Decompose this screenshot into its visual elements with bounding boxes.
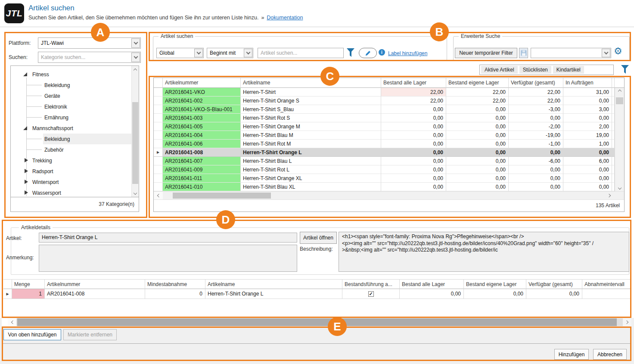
cell-verfuegbar[interactable]: -19,00 <box>509 131 563 140</box>
row-selector-cell[interactable]: ▶ <box>154 122 163 131</box>
cell-in-auftraegen[interactable]: 0,00 <box>563 96 612 105</box>
checkbox-checked-icon[interactable]: ✓ <box>368 291 374 297</box>
row-selector-cell[interactable]: ▶ <box>154 131 163 140</box>
vscrollbar-thumb[interactable] <box>616 97 623 104</box>
cell-menge[interactable]: 1 <box>12 289 45 299</box>
row-selector-cell[interactable]: ▶ <box>154 165 163 174</box>
beschreibung-field[interactable]: <h1><span style="font-family: Proxima No… <box>339 232 629 272</box>
cell-in-auftraegen[interactable]: 6,00 <box>563 157 612 165</box>
edit-filter-button[interactable] <box>359 48 377 58</box>
artikel-suchen-input[interactable]: Artikel suchen... <box>258 48 344 58</box>
plattform-select[interactable]: JTL-Wawi <box>38 37 141 49</box>
cell-artikelname[interactable]: Herren-T-Shirt Orange S <box>241 96 381 105</box>
cell-artikelname[interactable]: Herren-T-Shirt Orange L <box>205 289 342 299</box>
selection-row[interactable]: ▶ 1 AR2016041-008 0 Herren-T-Shirt Orang… <box>3 289 631 299</box>
scroll-up-icon[interactable] <box>132 66 139 73</box>
cell-bestand-eigene-lager[interactable]: 22,00 <box>446 96 509 105</box>
cell-bestand-eigene-lager[interactable]: 0,00 <box>446 148 509 157</box>
cell-verfuegbar[interactable]: 0,00 <box>509 174 563 183</box>
artikel-field[interactable]: Herren-T-Shirt Orange L <box>39 233 297 243</box>
cell-bestand-alle-lager[interactable]: 0,00 <box>381 174 446 183</box>
cell-in-auftraegen[interactable]: 19,00 <box>563 131 612 140</box>
cell-verfuegbar[interactable]: 22,00 <box>509 88 563 96</box>
filter-tab[interactable]: Stücklisten <box>519 66 551 74</box>
cell-bestand-eigene-lager[interactable]: 0,00 <box>446 165 509 174</box>
cell-verfuegbar[interactable]: 0,00 <box>509 114 563 122</box>
table-row[interactable]: ▶ AR2016041-010 Herren-T-Shirt Blau XL 0… <box>154 183 624 191</box>
chevron-down-icon[interactable] <box>244 49 252 57</box>
cell-bestand-alle-lager[interactable]: 0,00 <box>381 140 446 148</box>
scroll-right-icon[interactable] <box>605 192 614 199</box>
column-header-verfuegbar[interactable]: Verfügbar (gesamt) <box>509 78 563 88</box>
column-header-bestandsfuehrung[interactable]: Bestandsführung a... <box>342 280 400 289</box>
cell-in-auftraegen[interactable]: 0,00 <box>563 174 612 183</box>
table-row[interactable]: ▶ AR2016041-006 Herren-T-Shirt Rot M 0,0… <box>154 140 624 148</box>
tree-expander-icon[interactable] <box>25 190 28 195</box>
cell-artikelname[interactable]: Herren-T-Shirt Blau XL <box>241 183 381 191</box>
cell-abnahmeintervall[interactable] <box>582 289 631 299</box>
table-row[interactable]: ▶ AR2016041-003 Herren-T-Shirt Rot S 0,0… <box>154 114 624 122</box>
cell-in-auftraegen[interactable]: 0,00 <box>563 114 612 122</box>
cell-bestand-alle-lager[interactable]: 0,00 <box>381 165 446 174</box>
tree-expander-icon[interactable] <box>25 169 28 173</box>
cell-artikelnummer[interactable]: AR2016041-005 <box>163 122 241 131</box>
row-selector-cell[interactable]: ▶ <box>154 157 163 165</box>
cell-artikelname[interactable]: Herren-T-Shirt Rot S <box>241 114 381 122</box>
abbrechen-button[interactable]: Abbrechen <box>593 349 627 360</box>
cell-bestand-alle-lager[interactable]: 0,00 <box>381 183 446 191</box>
scroll-down-icon[interactable] <box>615 187 624 190</box>
column-header-artikelname[interactable]: Artikelname <box>205 280 342 289</box>
cell-bestand-eigene-lager[interactable]: 0,00 <box>446 174 509 183</box>
scroll-left-icon[interactable] <box>154 192 163 199</box>
chevron-down-icon[interactable] <box>131 53 140 62</box>
row-selector-cell[interactable]: ▶ <box>154 174 163 183</box>
table-row[interactable]: ▶ AR2016041-002 Herren-T-Shirt Orange S … <box>154 96 624 105</box>
row-selector-cell[interactable]: ▶ <box>154 96 163 105</box>
filter-tab[interactable]: Aktive Artikel <box>481 66 518 74</box>
save-filter-button[interactable] <box>519 48 528 58</box>
cell-artikelname[interactable]: Herren-T-Shirt Orange M <box>241 122 381 131</box>
cell-artikelnummer[interactable]: AR2016041-VKO <box>163 88 241 96</box>
cell-bestand-eigene-lager[interactable]: 0,00 <box>446 122 509 131</box>
row-selector-cell[interactable]: ▶ <box>154 105 163 114</box>
cell-artikelnummer[interactable]: AR2016041-010 <box>163 183 241 191</box>
column-header-artikelnummer[interactable]: Artikelnummer <box>45 280 145 289</box>
cell-artikelname[interactable]: Herren-T-Shirt Orange XL <box>241 174 381 183</box>
cell-verfuegbar[interactable]: -6,00 <box>509 157 563 165</box>
cell-in-auftraegen[interactable]: 3,00 <box>563 105 612 114</box>
hscrollbar-thumb[interactable] <box>17 318 617 326</box>
cell-bestand-alle-lager[interactable]: 0,00 <box>381 148 446 157</box>
cell-in-auftraegen[interactable]: 0,00 <box>563 183 612 191</box>
tree-item[interactable]: Zubehör <box>11 144 131 155</box>
cell-verfuegbar[interactable]: 0,00 <box>509 165 563 174</box>
artikel-oeffnen-button[interactable]: Artikel öffnen <box>300 232 337 244</box>
table-row[interactable]: ▶ AR2016041-VKO Herren-T-Shirt 22,00 22,… <box>154 88 624 96</box>
cell-bestand-eigene-lager[interactable]: 0,00 <box>446 114 509 122</box>
column-header-menge[interactable]: Menge <box>12 280 45 289</box>
dokumentation-link[interactable]: Dokumentation <box>267 15 303 21</box>
scroll-left-icon[interactable] <box>8 318 16 326</box>
category-tree[interactable]: Fitness Bekleidung Geräte Elektronik Ern… <box>10 65 139 197</box>
tree-item[interactable]: Radsport <box>11 166 131 177</box>
tree-scrollbar-thumb[interactable] <box>132 102 138 184</box>
cell-verfuegbar[interactable]: 0,00 <box>526 289 582 299</box>
row-selector-cell[interactable]: ▶ <box>154 148 163 157</box>
suchbereich-select[interactable]: Global <box>156 48 204 58</box>
row-selector-cell[interactable]: ▶ <box>154 88 163 96</box>
column-header-bestand-eigene-lager[interactable]: Bestand eigene Lager <box>464 280 526 289</box>
info-icon[interactable]: i <box>379 49 385 56</box>
markierte-entfernen-button[interactable]: Markierte entfernen <box>63 329 117 340</box>
scroll-right-icon[interactable] <box>623 318 631 326</box>
cell-mindestabnahme[interactable]: 0 <box>145 289 205 299</box>
tree-item[interactable]: Bekleidung <box>11 134 131 144</box>
scroll-up-icon[interactable] <box>615 89 624 93</box>
tree-item[interactable]: Fitness <box>11 69 131 80</box>
cell-artikelnummer[interactable]: AR2016041-008 <box>45 289 145 299</box>
table-filter-icon[interactable] <box>621 64 629 75</box>
cell-artikelnummer[interactable]: AR2016041-009 <box>163 165 241 174</box>
column-header-bestand-alle-lager[interactable]: Bestand alle Lager <box>400 280 464 289</box>
table-row[interactable]: ▶ AR2016041-007 Herren-T-Shirt Blau L 0,… <box>154 157 624 165</box>
column-header-verfuegbar[interactable]: Verfügbar (gesamt) <box>526 280 582 289</box>
cell-artikelname[interactable]: Herren-T-Shirt Blau M <box>241 131 381 140</box>
cell-artikelname[interactable]: Herren-T-Shirt Rot M <box>241 140 381 148</box>
